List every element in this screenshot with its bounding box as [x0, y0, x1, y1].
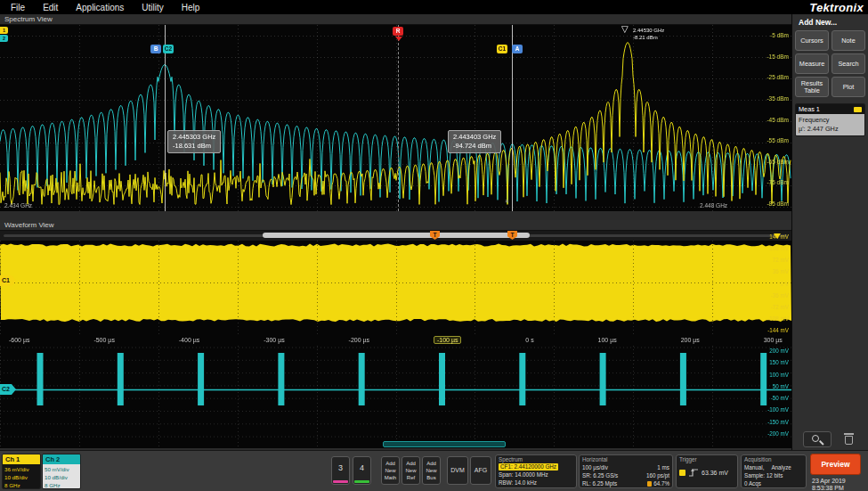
spectrum-ch2-tab[interactable]: 2	[0, 35, 8, 42]
status-bar: Ch 1 36 mV/div 10 dB/div 8 GHz Ch 2 50 m…	[0, 450, 868, 491]
add-new-button-grid: Cursors Note Measure Search Results Tabl…	[792, 30, 868, 97]
datetime-display: 23 Apr 2019 8:53:38 PM	[812, 478, 846, 491]
cursor-a-badge[interactable]: A	[512, 45, 523, 53]
trigger-badge[interactable]: Trigger 63.36 mV	[676, 454, 738, 488]
search-button[interactable]: Search	[831, 53, 865, 74]
menu-edit[interactable]: Edit	[43, 3, 58, 12]
channel4-button[interactable]: 4	[353, 456, 371, 485]
acquisition-mode: Manual,	[744, 463, 764, 471]
cursor-b-badge[interactable]: B	[150, 45, 161, 53]
spectrum-plot-canvas[interactable]	[0, 25, 791, 211]
channel2-badge[interactable]: Ch 2 50 mV/div 10 dB/div 8 GHz	[42, 454, 81, 489]
meas1-badge[interactable]: Meas 1 Frequency µ': 2.447 GHz	[795, 103, 865, 136]
channel1-badge[interactable]: Ch 1 36 mV/div 10 dB/div 8 GHz	[2, 454, 41, 489]
peak-marker-amplitude: -8.21 dBm	[633, 34, 664, 41]
spectrum-badge-title: Spectrum	[499, 456, 573, 463]
dvm-button[interactable]: DVM	[447, 456, 468, 485]
cursor-a-readout: 2.445303 GHz -18.631 dBm	[167, 130, 221, 153]
meas1-title: Meas 1	[799, 105, 820, 113]
cursor-grab-icon[interactable]: ×	[505, 198, 509, 205]
add-new-header: Add New...	[799, 18, 868, 27]
spectrum-settings-badge[interactable]: Spectrum CF1: 2.44120000 GHz Span: 14.00…	[495, 454, 577, 488]
note-button[interactable]: Note	[831, 30, 865, 51]
sample-rate: SR: 6.25 GS/s	[582, 471, 618, 479]
menu-help[interactable]: Help	[182, 3, 200, 12]
time-label: -400 µs	[179, 337, 200, 343]
memory-meter-icon	[647, 481, 652, 487]
memory-fill-value: 64.7%	[653, 480, 669, 487]
expansion-point-flag[interactable]: T	[430, 231, 440, 240]
date-value: 23 Apr 2019	[812, 478, 846, 485]
meas1-name: Frequency	[799, 116, 862, 125]
trash-lid-icon	[844, 433, 854, 435]
add-new-bus-button[interactable]: Add New Bus	[422, 456, 441, 485]
horizontal-badge-title: Horizontal	[582, 456, 669, 463]
horizontal-window: 1 ms	[657, 463, 669, 471]
trash-button[interactable]	[839, 431, 860, 447]
cursors-button[interactable]: Cursors	[795, 30, 829, 51]
record-length: RL: 6.25 Mpts	[582, 479, 617, 487]
menu-utility[interactable]: Utility	[142, 3, 163, 12]
horizontal-badge[interactable]: Horizontal 100 µs/div 1 ms SR: 6.25 GS/s…	[579, 454, 673, 488]
channel1-marker-badge[interactable]: C1	[497, 45, 507, 53]
trigger-source-icon	[679, 470, 685, 476]
edge-trigger-icon	[688, 468, 699, 477]
spectrum-start-frequency: 2.434 GHz	[4, 202, 32, 209]
peak-marker-readout: 2.44530 GHz -8.21 dBm	[633, 27, 664, 41]
acquisition-count: 0 Acqs	[744, 479, 761, 487]
channel1-scale: 36 mV/div	[4, 465, 38, 473]
channel1-badge-settings: 36 mV/div 10 dB/div 8 GHz	[3, 464, 40, 489]
measure-button[interactable]: Measure	[795, 53, 829, 74]
memory-fill: 64.7%	[647, 479, 669, 487]
plot-button[interactable]: Plot	[831, 77, 865, 97]
afg-button[interactable]: AFG	[470, 456, 491, 485]
time-label: 200 µs	[681, 337, 700, 343]
meas1-value: µ': 2.447 GHz	[799, 125, 862, 134]
time-label: -500 µs	[93, 337, 115, 343]
center-frequency-value[interactable]: CF1: 2.44120000 GHz	[499, 463, 558, 471]
time-label: 0 s	[525, 337, 533, 343]
channel2-spectrum-scale: 10 dB/div	[45, 473, 78, 481]
reference-marker-badge[interactable]: R	[393, 27, 403, 36]
results-bar: Add New... Cursors Note Measure Search R…	[791, 14, 868, 450]
time-axis: -600 µs-500 µs-400 µs-300 µs-200 µs-100 …	[0, 334, 791, 346]
trigger-position-flag[interactable]: T	[507, 231, 517, 240]
acquisition-badge-title: Acquisition	[744, 456, 803, 463]
zoom-region-scrollbar[interactable]	[383, 441, 506, 447]
channel2-badge-settings: 50 mV/div 10 dB/div 8 GHz	[43, 464, 80, 489]
add-new-ref-button[interactable]: Add New Ref	[402, 456, 420, 485]
waveform-scrollbar[interactable]	[263, 233, 530, 238]
menu-applications[interactable]: Applications	[76, 3, 124, 12]
spectrum-plot-area[interactable]: 1 2 B C2 C1 A R ▽ 2.44530 GHz -8.21 dBm …	[0, 25, 791, 211]
time-label: -100 µs	[434, 336, 462, 344]
peak-marker-icon[interactable]: ▽	[621, 25, 629, 34]
time-value: 8:53:38 PM	[812, 485, 846, 491]
channel3-button[interactable]: 3	[331, 456, 350, 485]
waveform-view-titlebar: Waveform View	[0, 220, 791, 231]
waveform-nav-strip: T T	[0, 231, 791, 241]
acquisition-badge[interactable]: Acquisition Manual, Analyze Sample: 12 b…	[741, 454, 807, 488]
channel3-color-strip	[333, 480, 348, 483]
channel4-color-strip	[354, 480, 369, 483]
trigger-level-value: 63.36 mV	[702, 470, 728, 476]
span-value: Span: 14.0000 MHz	[499, 471, 548, 479]
channel2-marker-badge[interactable]: C2	[163, 45, 174, 53]
acquisition-analyze: Analyze	[771, 463, 791, 471]
results-table-button[interactable]: Results Table	[795, 77, 829, 97]
channel1-spectrum-scale: 10 dB/div	[4, 473, 38, 481]
time-label: 300 µs	[764, 337, 783, 343]
sample-resolution: 160 ps/pt	[646, 471, 669, 479]
meas1-source-icon	[854, 107, 862, 112]
oscilloscope-screen: File Edit Applications Utility Help Tekt…	[0, 0, 868, 491]
menu-file[interactable]: File	[11, 3, 25, 12]
channel2-badge-title: Ch 2	[43, 454, 80, 464]
preview-button[interactable]: Preview	[810, 454, 861, 475]
meas1-header: Meas 1	[796, 104, 864, 114]
time-label: -200 µs	[349, 337, 370, 343]
zoom-tool-button[interactable]	[803, 431, 831, 447]
time-label: 100 µs	[598, 337, 617, 343]
menu-bar: File Edit Applications Utility Help Tekt…	[0, 0, 868, 14]
add-new-math-button[interactable]: Add New Math	[381, 456, 400, 485]
tektronix-logo: Tektronix	[809, 1, 864, 14]
spectrum-ch1-tab[interactable]: 1	[0, 27, 8, 34]
